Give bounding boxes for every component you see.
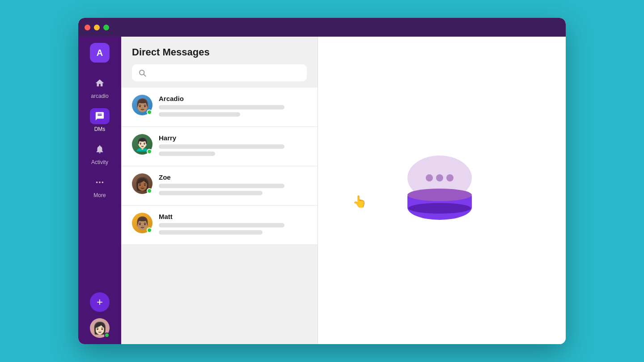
arcadio-name: Arcadio (159, 95, 307, 102)
matt-preview-1 (159, 223, 284, 227)
empty-state-illustration (402, 155, 482, 226)
search-icon (138, 69, 146, 77)
harry-status-dot (147, 149, 152, 154)
close-button[interactable] (85, 25, 90, 30)
dm-header: Direct Messages (121, 37, 318, 88)
dm-panel-title: Direct Messages (132, 46, 307, 58)
dms-icon-wrap (90, 108, 110, 124)
sidebar-item-dms[interactable]: DMs (78, 104, 121, 137)
sidebar-item-more[interactable]: More (78, 170, 121, 203)
more-dots-icon (95, 177, 105, 187)
arcadio-info: Arcadio (159, 95, 307, 119)
matt-preview-2 (159, 230, 263, 235)
search-input[interactable] (151, 69, 301, 77)
new-message-button[interactable]: + (90, 292, 110, 312)
arcadio-status-dot (147, 109, 152, 115)
dm-list: 👨🏽 Arcadio 👨🏻‍🦱 (121, 88, 318, 344)
matt-status-dot (147, 227, 152, 233)
arcadio-preview-2 (159, 112, 240, 117)
harry-name: Harry (159, 134, 307, 142)
harry-avatar-wrap: 👨🏻‍🦱 (132, 134, 153, 155)
titlebar (78, 18, 566, 37)
dms-icon (95, 111, 105, 121)
harry-preview-2 (159, 152, 215, 156)
traffic-lights (85, 25, 109, 30)
svg-point-1 (99, 181, 101, 183)
dm-item-zoe[interactable]: 👩🏾 Zoe (121, 166, 318, 206)
dm-panel: Direct Messages 👨🏽 (121, 37, 318, 344)
user-status-dot (104, 333, 110, 338)
dm-item-harry[interactable]: 👨🏻‍🦱 Harry (121, 127, 318, 166)
activity-label: Activity (91, 159, 108, 165)
activity-icon-wrap (90, 141, 110, 157)
svg-point-11 (407, 189, 472, 201)
matt-info: Matt (159, 213, 307, 237)
zoe-status-dot (147, 188, 152, 194)
home-icon-wrap (90, 75, 110, 91)
minimize-button[interactable] (94, 25, 100, 30)
arcadio-preview-1 (159, 105, 284, 109)
sidebar-item-home[interactable]: arcadio (78, 71, 121, 104)
harry-preview-1 (159, 144, 284, 149)
matt-avatar-wrap: 👨🏽 (132, 213, 153, 233)
zoe-preview-2 (159, 191, 263, 195)
more-label: More (93, 192, 106, 198)
workspace-avatar[interactable]: A (90, 43, 110, 63)
home-icon (95, 78, 105, 88)
zoe-preview-1 (159, 184, 284, 188)
plus-icon: + (97, 296, 103, 308)
zoe-avatar-wrap: 👩🏾 (132, 173, 153, 194)
svg-point-2 (102, 181, 104, 183)
home-label: arcadio (91, 93, 108, 99)
svg-point-0 (96, 181, 98, 183)
app-body: A arcadio DMs (78, 37, 566, 344)
sidebar: A arcadio DMs (78, 37, 121, 344)
chat-bubble-icon (402, 155, 482, 226)
maximize-button[interactable] (103, 25, 109, 30)
main-content: 👆 (318, 37, 566, 344)
app-window: A arcadio DMs (78, 18, 566, 344)
dm-item-arcadio[interactable]: 👨🏽 Arcadio (121, 88, 318, 127)
harry-info: Harry (159, 134, 307, 159)
matt-name: Matt (159, 213, 307, 220)
svg-point-12 (408, 203, 471, 214)
bell-icon (95, 144, 105, 154)
zoe-name: Zoe (159, 173, 307, 181)
svg-point-7 (436, 174, 443, 181)
user-profile-avatar[interactable]: 👩🏻 (90, 318, 110, 338)
search-bar[interactable] (132, 64, 307, 81)
svg-line-4 (144, 74, 145, 76)
dms-label: DMs (94, 126, 106, 132)
dm-item-matt[interactable]: 👨🏽 Matt (121, 206, 318, 245)
sidebar-item-activity[interactable]: Activity (78, 137, 121, 170)
more-icon-wrap (90, 174, 110, 190)
cursor-pointer-icon: 👆 (352, 195, 367, 209)
zoe-info: Zoe (159, 173, 307, 198)
svg-point-8 (446, 174, 453, 181)
arcadio-avatar-wrap: 👨🏽 (132, 95, 153, 115)
svg-point-6 (426, 174, 433, 181)
